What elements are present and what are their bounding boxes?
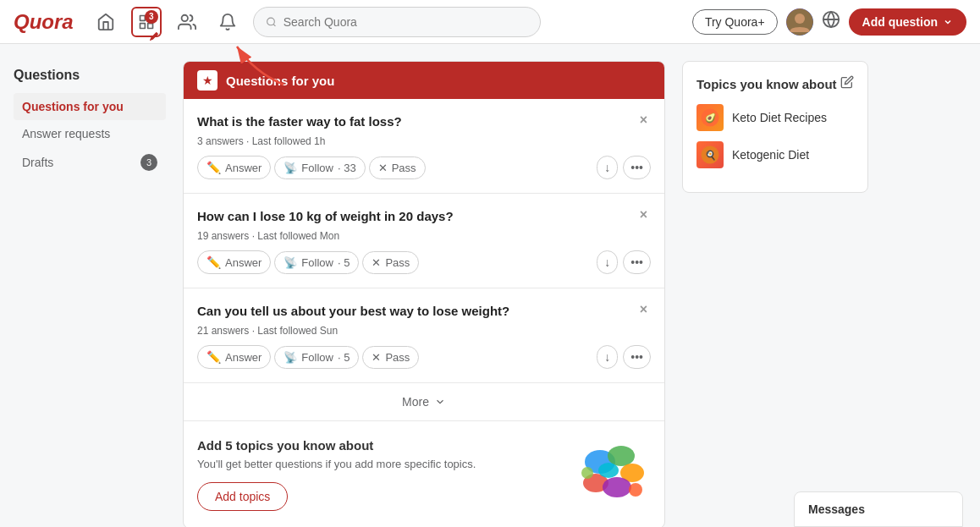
topic-name[interactable]: Keto Diet Recipes <box>732 111 827 124</box>
add-question-button[interactable]: Add question <box>849 8 966 36</box>
close-button[interactable]: × <box>636 302 651 317</box>
sidebar-section-title: Questions <box>14 61 166 93</box>
sidebar-item-questions-for-you[interactable]: Questions for you <box>14 93 166 120</box>
messages-label: Messages <box>808 502 865 516</box>
pass-label: Pass <box>392 162 416 174</box>
svg-point-8 <box>795 14 805 24</box>
follow-icon: 📡 <box>284 162 297 174</box>
layout: Questions Questions for you Answer reque… <box>0 44 980 527</box>
svg-point-13 <box>608 446 635 466</box>
avatar[interactable] <box>786 8 813 36</box>
panel-header: ★ Questions for you <box>184 62 664 99</box>
sidebar: Questions Questions for you Answer reque… <box>14 61 166 527</box>
follow-label: Follow <box>301 256 333 269</box>
question-actions: ✏️ Answer 📡 Follow · 33 ✕ Pass ↓ ••• <box>197 156 651 179</box>
close-button[interactable]: × <box>636 113 651 128</box>
pass-icon: ✕ <box>372 256 381 269</box>
answer-label: Answer <box>225 351 262 364</box>
svg-text:🥑: 🥑 <box>705 113 717 124</box>
topic-icon: 🍳 <box>696 141 724 168</box>
topic-name[interactable]: Ketogenic Diet <box>732 148 809 162</box>
answer-button[interactable]: ✏️ Answer <box>197 156 271 179</box>
svg-point-17 <box>598 463 619 478</box>
topics-card: Topics you know about 🥑 Keto Diet Recipe… <box>682 61 868 193</box>
panel-header-title: Questions for you <box>226 74 334 88</box>
answer-button[interactable]: ✏️ Answer <box>197 250 271 274</box>
answer-button[interactable]: ✏️ Answer <box>197 345 271 369</box>
more-options-button[interactable]: ••• <box>623 250 651 274</box>
downvote-button[interactable]: ↓ <box>597 156 618 179</box>
search-bar[interactable] <box>253 7 541 37</box>
question-item: How can I lose 10 kg of weight in 20 day… <box>184 194 664 288</box>
sidebar-item-label: Questions for you <box>22 100 124 113</box>
add-topics-section: Add 5 topics you know about You'll get b… <box>184 421 664 527</box>
sidebar-item-answer-requests[interactable]: Answer requests <box>14 120 166 147</box>
more-link[interactable]: More <box>402 395 446 409</box>
topic-item: 🥑 Keto Diet Recipes <box>696 104 854 131</box>
question-actions: ✏️ Answer 📡 Follow · 5 ✕ Pass ↓ ••• <box>197 345 651 369</box>
pass-icon: ✕ <box>378 162 388 174</box>
pass-label: Pass <box>385 256 410 269</box>
close-button[interactable]: × <box>636 207 651 222</box>
home-nav-icon[interactable] <box>91 7 121 37</box>
answer-icon: ✏️ <box>206 350 221 364</box>
drafts-badge: 3 <box>140 154 157 171</box>
answers-nav-icon[interactable]: 3 <box>131 7 162 37</box>
topic-icon: 🥑 <box>696 104 724 131</box>
chevron-down-icon <box>434 396 446 408</box>
header: Quora 3 Try Quora+ Add question <box>0 0 980 44</box>
follow-icon: 📡 <box>284 351 297 364</box>
more-section: More <box>184 383 664 421</box>
pass-button[interactable]: ✕ Pass <box>369 156 426 179</box>
answer-icon: ✏️ <box>206 161 221 174</box>
question-title-text: How can I lose 10 kg of weight in 20 day… <box>197 207 636 225</box>
question-meta: 21 answers · Last followed Sun <box>197 325 651 337</box>
messages-panel[interactable]: Messages <box>794 491 963 527</box>
follow-count: · 5 <box>338 256 350 269</box>
sidebar-item-label: Drafts <box>22 156 53 169</box>
add-topics-title: Add 5 topics you know about <box>197 438 476 453</box>
right-panel-title: Topics you know about <box>696 75 854 92</box>
follow-label: Follow <box>301 162 333 174</box>
follow-button[interactable]: 📡 Follow · 5 <box>274 251 359 274</box>
try-plus-button[interactable]: Try Quora+ <box>692 9 778 35</box>
chevron-down-icon <box>943 17 953 27</box>
globe-icon[interactable] <box>822 10 840 33</box>
people-nav-icon[interactable] <box>172 7 202 37</box>
answers-badge: 3 <box>145 10 158 24</box>
edit-icon[interactable] <box>840 75 854 92</box>
answer-label: Answer <box>225 162 262 174</box>
answer-icon: ✏️ <box>206 255 221 269</box>
svg-point-4 <box>181 14 187 20</box>
pencil-overlay-icon <box>150 25 158 34</box>
question-title: Can you tell us about your best way to l… <box>197 302 651 320</box>
header-right: Try Quora+ Add question <box>692 8 966 36</box>
add-topics-button[interactable]: Add topics <box>197 482 288 511</box>
question-item: Can you tell us about your best way to l… <box>184 288 664 383</box>
right-panel-title-text: Topics you know about <box>696 77 837 91</box>
quora-logo[interactable]: Quora <box>14 10 74 34</box>
follow-button[interactable]: 📡 Follow · 5 <box>274 346 359 369</box>
question-title: How can I lose 10 kg of weight in 20 day… <box>197 207 651 225</box>
question-actions: ✏️ Answer 📡 Follow · 5 ✕ Pass ↓ ••• <box>197 250 651 274</box>
pass-label: Pass <box>385 351 410 364</box>
search-input[interactable] <box>284 15 528 29</box>
right-panel: Topics you know about 🥑 Keto Diet Recipe… <box>682 61 868 527</box>
notifications-nav-icon[interactable] <box>212 7 243 37</box>
more-options-button[interactable]: ••• <box>623 345 651 369</box>
svg-point-19 <box>581 467 593 479</box>
panel-header-icon: ★ <box>197 70 217 91</box>
question-title-text: What is the faster way to fat loss? <box>197 113 636 130</box>
downvote-button[interactable]: ↓ <box>597 250 618 274</box>
follow-label: Follow <box>301 351 333 364</box>
sidebar-item-drafts[interactable]: Drafts 3 <box>14 147 166 178</box>
topic-item: 🍳 Ketogenic Diet <box>696 141 854 168</box>
pass-button[interactable]: ✕ Pass <box>362 346 419 369</box>
follow-button[interactable]: 📡 Follow · 33 <box>274 156 365 179</box>
downvote-button[interactable]: ↓ <box>597 345 618 369</box>
more-options-button[interactable]: ••• <box>623 156 651 179</box>
svg-rect-2 <box>140 23 145 28</box>
extra-actions: ↓ ••• <box>597 345 651 369</box>
pass-button[interactable]: ✕ Pass <box>362 251 419 274</box>
follow-count: · 5 <box>338 351 350 364</box>
